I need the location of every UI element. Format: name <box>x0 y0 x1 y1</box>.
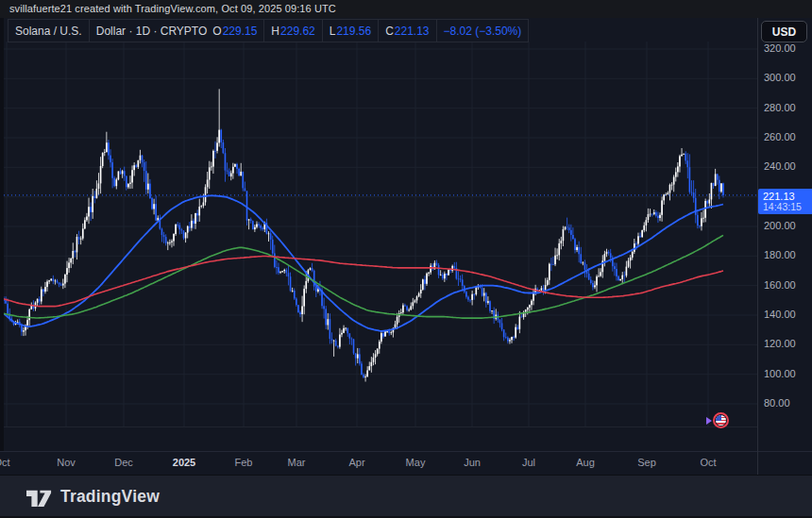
event-ring-icon <box>713 412 729 428</box>
change-cell: −8.02 (−3.50%) <box>436 20 529 42</box>
currency-toggle-button[interactable]: USD <box>761 21 807 42</box>
candle-body <box>113 178 115 187</box>
candle-body <box>185 233 187 239</box>
symbol-cell[interactable]: Solana / U.S. <box>8 20 89 42</box>
candle-body <box>28 309 30 320</box>
high-cell: H 229.62 <box>263 20 321 42</box>
candle-body <box>317 289 319 292</box>
price-axis-label: 280.00 <box>764 102 796 113</box>
candle-body <box>713 183 715 186</box>
candle-body <box>711 183 713 200</box>
candle-body <box>203 203 205 207</box>
candle-body <box>343 328 345 333</box>
candle-body <box>565 227 567 230</box>
tradingview-logo-icon <box>26 486 52 509</box>
candle-body <box>379 342 381 349</box>
economic-event-marker[interactable] <box>706 412 729 428</box>
candle-body <box>124 171 126 175</box>
candle-body <box>183 230 185 238</box>
candle-body <box>499 320 501 324</box>
candle-body <box>594 285 596 287</box>
candle-body <box>165 237 167 243</box>
symbol-name: Solana / U.S. <box>15 25 82 38</box>
candle-body <box>584 262 586 270</box>
candle-body <box>719 180 720 192</box>
candle-body <box>673 177 675 185</box>
candle-body <box>382 333 384 337</box>
candle-body <box>608 252 610 254</box>
candle-body <box>561 241 563 243</box>
candle-body <box>460 279 462 280</box>
candle-body <box>292 291 294 292</box>
candle-body <box>400 312 402 313</box>
candle-body <box>209 167 211 179</box>
candle-body <box>167 242 169 243</box>
candle-body <box>187 226 189 233</box>
candle-body <box>563 229 565 241</box>
candle-body <box>330 319 331 339</box>
candle-body <box>288 273 290 276</box>
candle-body <box>671 185 673 186</box>
candle-body <box>68 262 70 268</box>
candle-body <box>442 275 444 278</box>
candle-body <box>521 317 523 318</box>
chart-canvas[interactable] <box>0 0 757 475</box>
candle-body <box>630 258 632 260</box>
time-axis-label: Sep <box>637 457 656 468</box>
candle-body <box>438 265 440 275</box>
candle-body <box>648 214 650 220</box>
candle-body <box>129 183 131 184</box>
candle-body <box>650 214 651 215</box>
candle-body <box>228 172 230 176</box>
footer: TradingView <box>0 475 812 518</box>
open-value: 229.15 <box>223 25 258 38</box>
candle-body <box>39 299 41 302</box>
candle-body <box>127 184 129 188</box>
candle-body <box>691 192 693 193</box>
candle-body <box>223 142 225 153</box>
candle-body <box>243 172 245 189</box>
candle-body <box>454 266 456 268</box>
ma-mid-line <box>4 235 723 318</box>
candle-body <box>541 288 543 290</box>
candle-body <box>111 162 113 178</box>
candle-body <box>96 189 98 198</box>
candle-body <box>683 154 685 155</box>
candle-body <box>177 225 178 226</box>
candle-body <box>250 219 252 221</box>
candle-body <box>485 293 487 303</box>
event-cursor-icon <box>706 417 712 425</box>
candle-body <box>325 309 327 325</box>
time-axis[interactable]: OctNovDec2025FebMarAprMayJunJulAugSepOct <box>0 452 757 475</box>
candle-body <box>621 276 623 279</box>
candle-body <box>471 294 473 300</box>
candle-body <box>349 333 351 338</box>
candle-body <box>230 174 232 177</box>
tradingview-branding[interactable]: TradingView <box>26 486 160 509</box>
symbol-interval-cell[interactable]: Dollar · 1D · CRYPTO O 229.15 <box>89 20 264 42</box>
price-axis-label: 320.00 <box>764 42 796 54</box>
high-value: 229.62 <box>280 25 315 38</box>
candle-body <box>122 171 124 174</box>
candle-body <box>290 276 292 291</box>
time-axis-label: Feb <box>235 457 253 468</box>
time-axis-label: Dec <box>114 457 133 468</box>
candle-body <box>60 285 62 286</box>
candle-body <box>315 287 317 292</box>
grid-layer <box>0 42 757 427</box>
candle-body <box>375 354 377 358</box>
candle-body <box>576 247 578 250</box>
candle-body <box>175 225 177 234</box>
candle-body <box>46 281 48 287</box>
price-axis[interactable]: 320.00300.00280.00260.00240.00220.00200.… <box>758 18 812 451</box>
candle-body <box>610 253 612 258</box>
candle-body <box>685 154 686 161</box>
candle-body <box>653 212 655 214</box>
candle-body <box>364 376 366 377</box>
candle-body <box>578 247 580 254</box>
candle-body <box>476 287 478 294</box>
candle-body <box>55 281 57 282</box>
candle-body <box>347 328 348 334</box>
candle-body <box>556 255 558 256</box>
candle-body <box>465 292 467 296</box>
